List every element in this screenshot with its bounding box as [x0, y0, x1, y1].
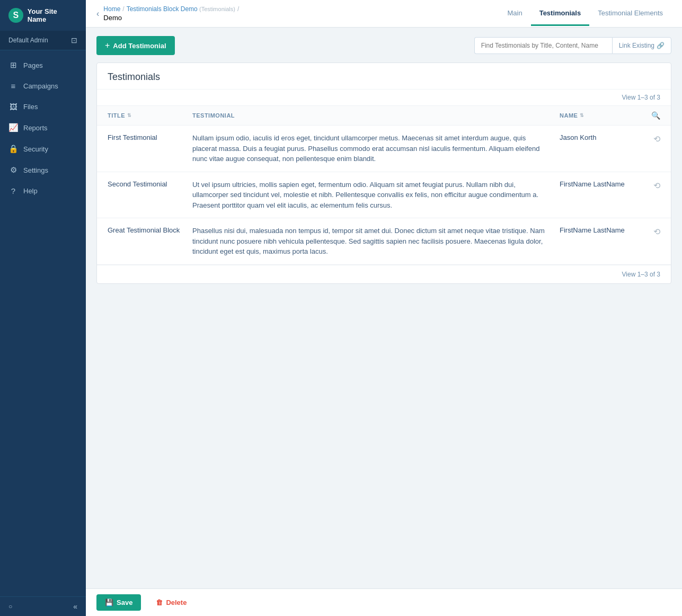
sidebar-nav: ⊞ Pages ≡ Campaigns 🖼 Files 📈 Reports 🔒 … — [0, 50, 86, 596]
sort-title-icon[interactable]: ⇅ — [127, 113, 132, 118]
sidebar-label-pages: Pages — [23, 61, 43, 69]
sidebar-item-campaigns[interactable]: ≡ Campaigns — [0, 76, 86, 96]
row-action-icon-2[interactable]: ⟲ — [653, 181, 660, 191]
delete-icon: 🗑 — [156, 599, 163, 606]
cell-title-3: Great Testimonial Block — [108, 226, 192, 235]
main-content: ‹ Home / Testimonials Block Demo (Testim… — [86, 0, 682, 616]
search-icon[interactable]: 🔍 — [651, 111, 661, 120]
sidebar-item-reports[interactable]: 📈 Reports — [0, 117, 86, 138]
topbar: ‹ Home / Testimonials Block Demo (Testim… — [86, 0, 682, 28]
settings-icon: ⚙ — [8, 165, 18, 175]
cell-name-3: FirstName LastName — [560, 226, 634, 235]
table-container: Testimonials View 1–3 of 3 TITLE ⇅ TESTI… — [96, 63, 671, 284]
breadcrumb-home[interactable]: Home — [103, 5, 120, 13]
cell-content-2: Ut vel ipsum ultricies, mollis sapien eg… — [192, 180, 560, 211]
cell-action-3: ⟲ — [634, 226, 660, 237]
sidebar-label-reports: Reports — [23, 124, 48, 132]
row-action-icon-3[interactable]: ⟲ — [653, 227, 660, 237]
sidebar-collapse-btn[interactable]: « — [73, 602, 77, 611]
campaigns-icon: ≡ — [8, 82, 18, 91]
sidebar-item-security[interactable]: 🔒 Security — [0, 138, 86, 159]
header-title: TITLE ⇅ — [108, 111, 192, 120]
cell-content-3: Phasellus nisi dui, malesuada non tempus… — [192, 226, 560, 257]
save-icon: 💾 — [105, 599, 113, 606]
sidebar-label-help: Help — [23, 187, 38, 195]
header-search: 🔍 — [634, 111, 660, 120]
content-area: + Add Testimonial Link Existing 🔗 Testim… — [86, 28, 682, 588]
sidebar-label-files: Files — [23, 103, 38, 111]
delete-button[interactable]: 🗑 Delete — [147, 594, 195, 611]
logo-icon: S — [8, 8, 23, 23]
sidebar-label-settings: Settings — [23, 166, 48, 174]
tabs: Main Testimonials Testimonial Elements — [499, 2, 671, 26]
header-name: NAME ⇅ — [560, 111, 634, 120]
sidebar-bottom: ○ « — [0, 596, 86, 616]
site-name: Your Site Name — [28, 7, 77, 23]
add-testimonial-button[interactable]: + Add Testimonial — [96, 36, 175, 55]
table-row: Great Testimonial Block Phasellus nisi d… — [97, 218, 671, 265]
back-button[interactable]: ‹ — [96, 9, 99, 19]
user-name: Default Admin — [8, 37, 67, 44]
search-input[interactable] — [474, 37, 612, 54]
cell-action-2: ⟲ — [634, 180, 660, 191]
save-button[interactable]: 💾 Save — [96, 594, 141, 611]
plus-icon: + — [105, 41, 110, 50]
cell-title-2: Second Testimonial — [108, 180, 192, 189]
table-row: Second Testimonial Ut vel ipsum ultricie… — [97, 172, 671, 219]
testimonials-title: Testimonials — [97, 63, 671, 90]
user-settings-icon[interactable]: ⊡ — [71, 36, 77, 44]
toolbar-right: Link Existing 🔗 — [474, 37, 671, 54]
footer: 💾 Save 🗑 Delete — [86, 588, 682, 616]
pages-icon: ⊞ — [8, 60, 18, 70]
cell-name-1: Jason Korth — [560, 133, 634, 142]
link-existing-button[interactable]: Link Existing 🔗 — [612, 37, 671, 54]
view-count-bottom: View 1–3 of 3 — [97, 265, 671, 283]
cell-content-1: Nullam ipsum odio, iaculis id eros eget,… — [192, 133, 560, 164]
row-action-icon-1[interactable]: ⟲ — [653, 134, 660, 144]
sidebar-item-settings[interactable]: ⚙ Settings — [0, 159, 86, 181]
help-icon: ? — [8, 186, 18, 195]
sidebar-label-security: Security — [23, 145, 48, 153]
table-header: TITLE ⇅ TESTIMONIAL NAME ⇅ 🔍 — [97, 106, 671, 126]
sidebar-bottom-circle: ○ — [8, 603, 12, 610]
breadcrumb-testimonials-block[interactable]: Testimonials Block Demo (Testimonials) — [127, 5, 235, 13]
sidebar-logo: S Your Site Name — [0, 0, 86, 31]
link-icon: 🔗 — [657, 42, 665, 49]
breadcrumb: Home / Testimonials Block Demo (Testimon… — [103, 5, 239, 13]
breadcrumb-sep1: / — [122, 5, 124, 13]
sidebar-item-files[interactable]: 🖼 Files — [0, 96, 86, 117]
security-icon: 🔒 — [8, 144, 18, 154]
sidebar-user: Default Admin ⊡ — [0, 31, 86, 50]
toolbar: + Add Testimonial Link Existing 🔗 — [96, 36, 671, 55]
sidebar-label-campaigns: Campaigns — [23, 82, 58, 90]
sort-name-icon[interactable]: ⇅ — [580, 113, 584, 118]
breadcrumb-wrap: Home / Testimonials Block Demo (Testimon… — [103, 5, 239, 22]
breadcrumb-sep2: / — [237, 5, 239, 13]
page-title: Demo — [103, 14, 239, 22]
view-count-top: View 1–3 of 3 — [97, 90, 671, 106]
cell-name-2: FirstName LastName — [560, 180, 634, 189]
sidebar-item-pages[interactable]: ⊞ Pages — [0, 55, 86, 76]
cell-title-1: First Testimonial — [108, 133, 192, 142]
sidebar-item-help[interactable]: ? Help — [0, 181, 86, 201]
cell-action-1: ⟲ — [634, 133, 660, 144]
reports-icon: 📈 — [8, 123, 18, 132]
sidebar: S Your Site Name Default Admin ⊡ ⊞ Pages… — [0, 0, 86, 616]
tab-main[interactable]: Main — [499, 2, 530, 26]
files-icon: 🖼 — [8, 102, 18, 111]
table-row: First Testimonial Nullam ipsum odio, iac… — [97, 126, 671, 172]
tab-testimonials[interactable]: Testimonials — [531, 2, 590, 26]
tab-testimonial-elements[interactable]: Testimonial Elements — [589, 2, 671, 26]
header-testimonial: TESTIMONIAL — [192, 111, 560, 120]
